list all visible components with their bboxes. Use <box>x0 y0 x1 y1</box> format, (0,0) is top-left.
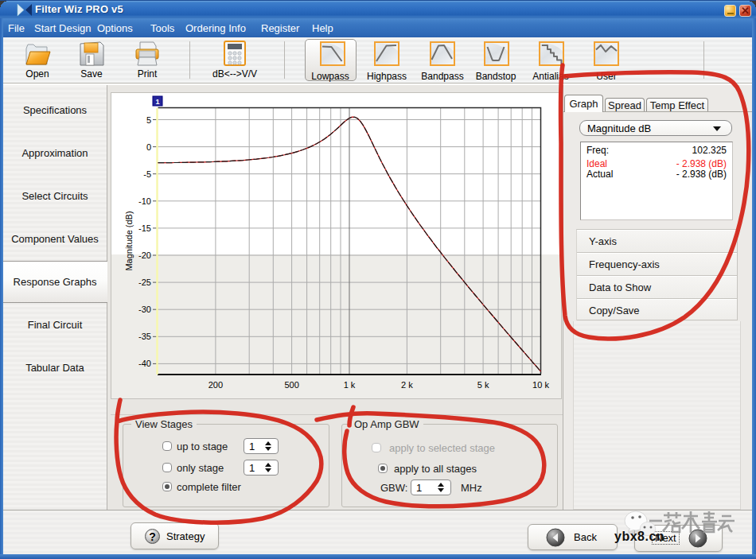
svg-text:ybx8.cn: ybx8.cn <box>614 530 664 543</box>
